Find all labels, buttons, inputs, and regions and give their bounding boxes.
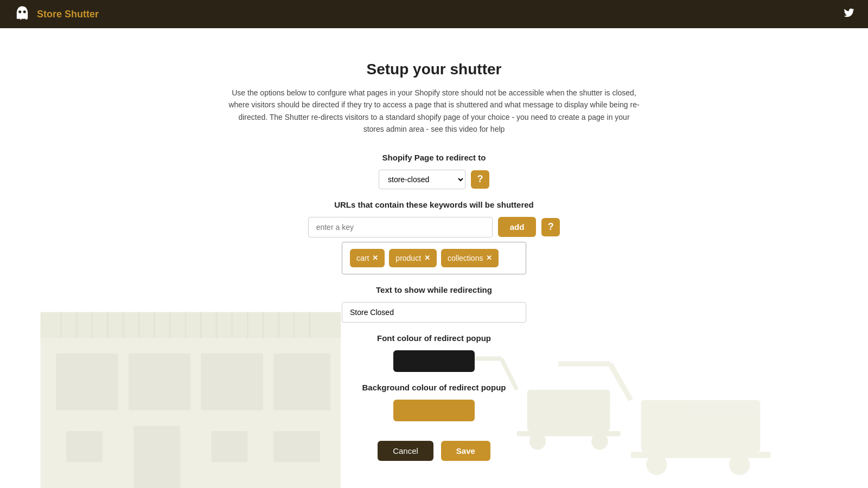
svg-point-3: [23, 10, 26, 13]
app-logo: [13, 5, 31, 23]
font-color-label: Font colour of redirect popup: [377, 333, 491, 343]
navbar: Store Shutter: [0, 0, 868, 28]
shopify-redirect-row: store-closed coming-soon maintenance ?: [379, 170, 489, 189]
svg-rect-1: [17, 12, 28, 19]
tag-cart[interactable]: cart ✕: [350, 249, 385, 267]
font-color-section: Font colour of redirect popup: [244, 333, 624, 372]
shopify-redirect-section: Shopify Page to redirect to store-closed…: [244, 153, 624, 189]
navbar-brand: Store Shutter: [13, 5, 99, 23]
main-content: Setup your shutter Use the options below…: [0, 28, 868, 488]
bg-color-swatch[interactable]: [393, 400, 475, 421]
tag-collections-label: collections: [448, 254, 483, 262]
tag-collections-close[interactable]: ✕: [486, 254, 492, 262]
redirect-help-button[interactable]: ?: [471, 170, 489, 189]
tag-product-close[interactable]: ✕: [424, 254, 430, 262]
tag-product-label: product: [395, 254, 421, 262]
bg-color-section: Background colour of redirect popup: [244, 383, 624, 421]
tag-product[interactable]: product ✕: [389, 249, 437, 267]
tag-cart-label: cart: [356, 254, 369, 262]
page-select[interactable]: store-closed coming-soon maintenance: [379, 170, 465, 189]
form-container: Setup your shutter Use the options below…: [0, 28, 868, 483]
keywords-section: URLs that contain these keywords will be…: [244, 200, 624, 274]
keyword-input-row: add ?: [308, 217, 560, 237]
keywords-label: URLs that contain these keywords will be…: [334, 200, 534, 209]
redirect-text-label: Text to show while redirecting: [376, 285, 492, 294]
font-color-swatch[interactable]: [393, 350, 475, 372]
keyword-input[interactable]: [308, 217, 493, 237]
redirect-text-input[interactable]: [342, 302, 526, 323]
app-title: Store Shutter: [37, 9, 99, 20]
save-button[interactable]: Save: [441, 441, 490, 461]
shopify-redirect-label: Shopify Page to redirect to: [382, 153, 486, 162]
keyword-help-button[interactable]: ?: [541, 218, 560, 236]
add-keyword-button[interactable]: add: [498, 217, 537, 237]
cancel-button[interactable]: Cancel: [378, 441, 433, 461]
twitter-icon[interactable]: [843, 7, 855, 22]
keywords-tags-box: cart ✕ product ✕ collections ✕: [342, 242, 526, 274]
page-description: Use the options below to confgure what p…: [228, 87, 640, 136]
bg-color-label: Background colour of redirect popup: [362, 383, 506, 392]
page-title: Setup your shutter: [367, 61, 502, 78]
action-buttons: Cancel Save: [378, 441, 490, 461]
tag-cart-close[interactable]: ✕: [372, 254, 378, 262]
tag-collections[interactable]: collections ✕: [441, 249, 499, 267]
svg-point-2: [18, 10, 21, 13]
redirect-text-section: Text to show while redirecting: [244, 285, 624, 323]
